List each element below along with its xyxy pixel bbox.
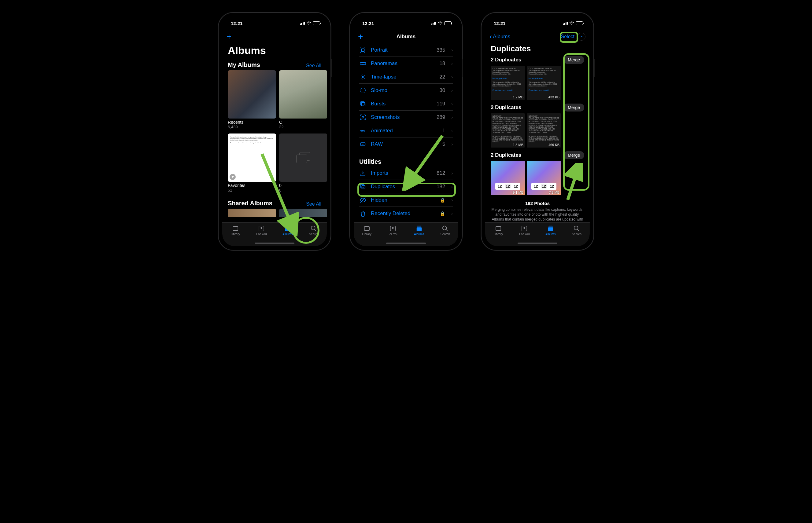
shared-album-thumb[interactable] <box>279 209 327 217</box>
svg-line-19 <box>364 75 365 75</box>
svg-rect-46 <box>548 227 553 227</box>
file-size: 7.9 MB <box>549 191 559 194</box>
row-panoramas[interactable]: Panoramas 18› <box>359 57 453 70</box>
svg-rect-36 <box>417 227 421 227</box>
svg-point-11 <box>362 76 364 78</box>
svg-point-38 <box>443 226 447 230</box>
row-duplicates[interactable]: Duplicates 182› <box>359 180 453 193</box>
chevron-right-icon: › <box>451 88 453 93</box>
battery-icon <box>313 21 320 25</box>
row-slomo[interactable]: Slo-mo 30› <box>359 84 453 97</box>
duplicate-thumbnail[interactable]: 121212 7.9 MB <box>527 161 561 195</box>
home-indicator[interactable] <box>386 242 426 244</box>
albums-icon <box>284 225 292 232</box>
file-size: 1.5 MB <box>513 143 523 147</box>
svg-rect-32 <box>364 227 369 231</box>
svg-line-49 <box>577 230 579 231</box>
svg-line-7 <box>315 230 316 231</box>
album-thumbnail <box>279 70 327 119</box>
row-label: Bursts <box>371 101 432 107</box>
row-hidden[interactable]: Hidden 🔒› <box>359 193 453 207</box>
svg-rect-0 <box>233 227 238 231</box>
album-item[interactable]: Recents 6,439 <box>228 70 276 129</box>
duplicate-thumbnail[interactable]: IMPORTANTPLEASE READ THIS SOFTWARE LICEN… <box>527 113 561 147</box>
merge-button[interactable]: Merge <box>564 56 584 64</box>
merge-button[interactable]: Merge <box>564 151 584 159</box>
shared-album-row <box>222 209 327 217</box>
page-title: Duplicates <box>485 43 590 56</box>
row-count: 30 <box>439 87 445 93</box>
row-imports[interactable]: Imports 812› <box>359 166 453 180</box>
row-portrait[interactable]: Portrait 335› <box>359 43 453 57</box>
album-count: 51 <box>228 188 276 193</box>
svg-rect-5 <box>285 227 290 231</box>
album-item[interactable]: Passage I'm taking seriously — the dynam… <box>228 133 276 193</box>
media-types-list: Portrait 335› Panoramas 18› Time-lapse 2… <box>354 43 458 151</box>
duplicate-thumbnail[interactable]: iOS 16 Developer Beta · Apple Inc.This b… <box>491 66 525 100</box>
duplicate-thumbnail[interactable]: IMPORTANTPLEASE READ THIS SOFTWARE LICEN… <box>491 113 525 147</box>
cal-number: 12 <box>514 184 518 188</box>
tab-library[interactable]: Library <box>222 223 248 246</box>
ellipsis-icon: ⋯ <box>580 34 584 39</box>
svg-point-48 <box>574 226 578 230</box>
raw-icon: R <box>359 141 366 148</box>
duplicate-thumbnail[interactable]: iOS 16 Developer Beta · Apple Inc.This b… <box>527 66 561 100</box>
nav-bar: + Albums <box>354 30 458 43</box>
search-icon <box>310 225 318 232</box>
duplicate-thumbnail[interactable]: 121212 9.1 MB <box>491 161 525 195</box>
album-title: C <box>279 120 327 125</box>
albums-icon <box>547 225 555 232</box>
tab-search[interactable]: Search <box>432 223 459 246</box>
shared-album-thumb[interactable] <box>228 209 276 217</box>
home-indicator[interactable] <box>518 242 557 244</box>
albums-icon <box>415 225 423 232</box>
tab-label: Library <box>230 233 240 236</box>
tab-library[interactable]: Library <box>485 223 512 246</box>
album-count: 0 <box>279 188 327 193</box>
row-recently-deleted[interactable]: Recently Deleted 🔒› <box>359 207 453 220</box>
search-icon <box>441 225 449 232</box>
home-indicator[interactable] <box>255 242 294 244</box>
add-button[interactable]: + <box>358 32 363 41</box>
tab-search[interactable]: Search <box>301 223 327 246</box>
merge-button[interactable]: Merge <box>564 104 584 111</box>
timelapse-icon <box>359 73 366 80</box>
row-raw[interactable]: R RAW 5› <box>359 138 453 151</box>
section-shared-albums: Shared Albums See All <box>222 197 327 209</box>
nav-bar: + <box>222 30 327 43</box>
screenshots-icon <box>359 114 366 121</box>
utilities-header: Utilities <box>354 151 458 166</box>
album-item[interactable]: C 32 <box>279 70 327 129</box>
chevron-right-icon: › <box>451 61 453 66</box>
row-animated[interactable]: Animated 1› <box>359 124 453 138</box>
cal-number: 12 <box>498 184 502 188</box>
row-count: 182 <box>436 184 445 190</box>
back-button[interactable]: ‹ Albums <box>489 30 510 43</box>
chevron-right-icon: › <box>451 74 453 79</box>
select-button[interactable]: Select <box>561 34 574 39</box>
see-all-button[interactable]: See All <box>306 201 321 207</box>
file-size: 469 KB <box>549 143 559 147</box>
row-timelapse[interactable]: Time-lapse 22› <box>359 70 453 84</box>
duplicate-group-title: 2 Duplicates <box>491 105 521 111</box>
cal-number: 12 <box>541 184 547 188</box>
svg-point-23 <box>362 116 364 118</box>
svg-rect-29 <box>362 185 365 189</box>
file-size: 1.2 MB <box>513 95 523 99</box>
wifi-icon <box>438 21 443 25</box>
tab-label: For You <box>519 233 530 236</box>
more-button[interactable]: ⋯ <box>577 33 585 41</box>
row-bursts[interactable]: Bursts 119› <box>359 97 453 111</box>
see-all-button[interactable]: See All <box>306 63 321 68</box>
tab-label: Search <box>440 233 450 236</box>
tab-search[interactable]: Search <box>564 223 590 246</box>
chevron-right-icon: › <box>451 48 453 53</box>
svg-point-20 <box>360 88 366 93</box>
trash-icon <box>359 210 366 217</box>
add-button[interactable]: + <box>227 32 231 41</box>
album-item[interactable]: 0 0 <box>279 133 327 193</box>
duplicate-row: IMPORTANTPLEASE READ THIS SOFTWARE LICEN… <box>485 113 590 149</box>
row-label: Screenshots <box>371 114 432 120</box>
row-screenshots[interactable]: Screenshots 289› <box>359 111 453 124</box>
tab-library[interactable]: Library <box>354 223 380 246</box>
